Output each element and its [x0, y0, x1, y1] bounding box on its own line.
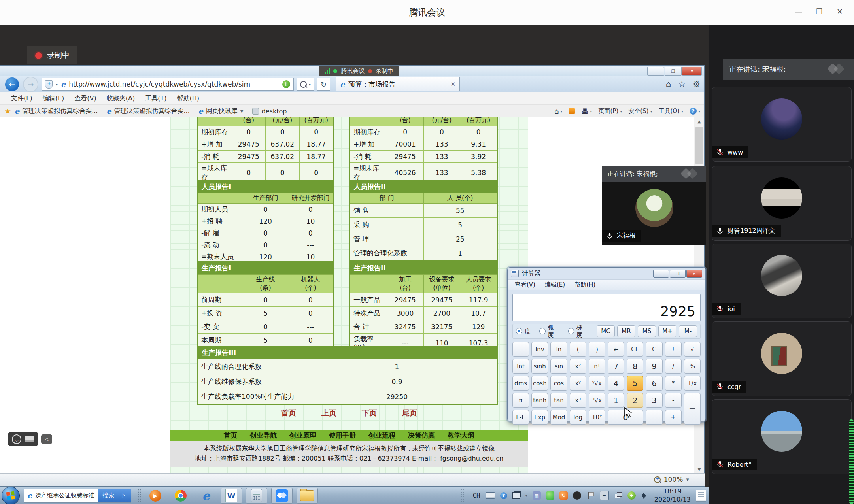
calc-key-sin[interactable]: sin [550, 359, 567, 374]
calc-key-1/x[interactable]: 1/x [684, 376, 701, 391]
pagination-link[interactable]: 尾页 [402, 408, 417, 418]
safety-command[interactable]: 安全(S)▾ [628, 108, 652, 115]
calc-key-5[interactable]: 5 [627, 376, 643, 391]
favorite-item[interactable]: desktop [252, 108, 287, 115]
menu-item[interactable]: 编辑(E) [38, 94, 70, 103]
tray-dish-icon[interactable] [573, 491, 581, 500]
footer-nav-link[interactable]: 创业导航 [250, 431, 277, 440]
feeds-icon[interactable] [569, 108, 575, 114]
calc-minimize-button[interactable]: — [653, 270, 669, 278]
network-icon[interactable]: ⌐ [600, 491, 609, 500]
calc-key-Inv[interactable]: Inv [531, 342, 548, 357]
memory-button[interactable]: MC [597, 325, 615, 337]
menu-item[interactable]: 文件(F) [6, 94, 38, 103]
search-segment[interactable]: ▾ [297, 78, 314, 91]
calc-key-sinh[interactable]: sinh [531, 359, 548, 374]
url-field[interactable]: ▾ e http://www.jctd.net/cyjc/cyqtdkweb/c… [42, 78, 294, 91]
tools-command[interactable]: 工具(O)▾ [658, 108, 683, 115]
speaker-video-tile[interactable]: 宋福根 [602, 182, 706, 245]
calc-key-tanh[interactable]: tanh [531, 393, 548, 408]
search-go-button[interactable]: 搜索一下 [98, 489, 131, 502]
restore-windows-icon[interactable] [512, 492, 520, 499]
favorite-item[interactable]: e管理决策虚拟仿真综合实... [106, 107, 189, 115]
ime-keyboard-icon[interactable] [25, 436, 34, 442]
calc-key-=[interactable]: = [684, 393, 701, 425]
zoom-control[interactable]: + 100% ▼ [654, 476, 689, 483]
calc-key-√[interactable]: √ [684, 342, 701, 357]
tray-update-icon[interactable]: ↻ [559, 491, 568, 500]
action-center-flag-icon[interactable] [586, 491, 595, 500]
radians-radio[interactable]: 弧度 [539, 324, 559, 339]
settings-gear-icon[interactable]: ⚙ [693, 79, 700, 89]
browser-maximize-button[interactable]: ❐ [665, 67, 682, 76]
calc-close-button[interactable]: ✕ [686, 270, 702, 278]
menu-item[interactable]: 查看(V) [69, 94, 101, 103]
pagination-link[interactable]: 上页 [321, 408, 336, 418]
scroll-up-icon[interactable]: ▲ [694, 117, 704, 126]
calc-key-cosh[interactable]: cosh [531, 376, 548, 391]
calc-key-1[interactable]: 1 [608, 393, 624, 408]
favorite-item[interactable]: e网页快讯库▼ [198, 107, 244, 115]
browser-tab[interactable]: e 预算：市场报告 ✕ [336, 77, 460, 91]
participant-tile[interactable]: ccqr [712, 321, 852, 396]
ime-main[interactable]: ◡ [8, 432, 38, 446]
notes-document-icon[interactable] [696, 490, 706, 502]
calc-key-9[interactable]: 9 [646, 359, 662, 374]
browser-minimize-button[interactable]: — [647, 67, 664, 76]
tab-title[interactable]: 预算：市场报告 [348, 80, 447, 89]
back-button[interactable]: ← [4, 77, 20, 92]
ime-help-icon[interactable]: ? [500, 492, 507, 499]
volume-icon[interactable] [641, 491, 649, 500]
calc-key-ʸ√x[interactable]: ʸ√x [589, 376, 605, 391]
calc-key-xʸ[interactable]: xʸ [570, 376, 586, 391]
participants-scrollbar[interactable] [849, 419, 854, 504]
footer-nav-link[interactable]: 使用手册 [329, 431, 356, 440]
help-command[interactable]: ?▾ [690, 108, 700, 115]
calc-key-n![interactable]: n! [589, 359, 605, 374]
footer-nav-link[interactable]: 创业原理 [289, 431, 316, 440]
calc-key-%[interactable]: % [684, 359, 701, 374]
memory-button[interactable]: M- [679, 325, 697, 337]
calc-key-2[interactable]: 2 [627, 393, 643, 408]
calc-key-cos[interactable]: cos [550, 376, 567, 391]
taskbar-app-meeting[interactable] [271, 488, 293, 504]
scrollbar-thumb[interactable] [695, 127, 703, 164]
calc-menu-item[interactable]: 查看(V) [511, 281, 539, 289]
calc-menu-item[interactable]: 帮助(H) [571, 281, 599, 289]
calc-key-³√x[interactable]: ³√x [589, 393, 605, 408]
home-icon[interactable]: ⌂ [666, 79, 671, 89]
zoom-level[interactable]: 100% [664, 476, 683, 483]
calc-key-Mod[interactable]: Mod [550, 410, 567, 425]
footer-nav-link[interactable]: 创业流程 [368, 431, 395, 440]
tray-expand-icon[interactable]: ▾ [525, 493, 527, 498]
degrees-radio[interactable]: 度 [516, 328, 531, 335]
participant-tile[interactable]: ioi [712, 244, 852, 318]
calc-key-*[interactable]: * [665, 376, 682, 391]
taskbar-app-explorer[interactable] [297, 488, 318, 504]
calc-key-+[interactable]: + [665, 410, 682, 425]
minimize-button[interactable]: — [790, 5, 807, 18]
taskbar-search-text[interactable]: 遗产继承公证收费标准 [35, 492, 98, 499]
calc-key-6[interactable]: 6 [646, 376, 662, 391]
calc-key-x³[interactable]: x³ [570, 393, 586, 408]
calc-key-blank[interactable] [512, 342, 529, 357]
calc-menu-item[interactable]: 编辑(E) [541, 281, 569, 289]
keyboard-icon[interactable] [486, 492, 495, 499]
active-speaker-overlay[interactable]: 正在讲话: 宋福根; 宋福根 [602, 166, 706, 245]
pagination-link[interactable]: 首页 [281, 408, 296, 418]
tray-utility-icon[interactable]: ▦ [533, 491, 541, 500]
calc-key-7[interactable]: 7 [608, 359, 624, 374]
calc-key-F-E[interactable]: F-E [512, 410, 529, 425]
language-indicator[interactable]: CH [472, 492, 480, 499]
participant-tile[interactable]: Robert° [712, 399, 852, 474]
menu-item[interactable]: 工具(T) [140, 94, 172, 103]
home-command[interactable]: ⌂▾ [554, 107, 562, 115]
taskbar-clock[interactable]: 18:19 2020/10/13 [654, 487, 691, 504]
taskbar-app-media-player[interactable]: ▶ [145, 488, 166, 504]
calc-key-π[interactable]: π [512, 393, 529, 408]
emoji-icon[interactable]: ◡ [12, 434, 21, 444]
memory-button[interactable]: M+ [658, 325, 676, 337]
participant-tile[interactable]: 财管1912周泽文 [712, 166, 852, 241]
calc-key-([interactable]: ( [570, 342, 586, 357]
browser-close-button[interactable]: ✕ [682, 67, 702, 76]
